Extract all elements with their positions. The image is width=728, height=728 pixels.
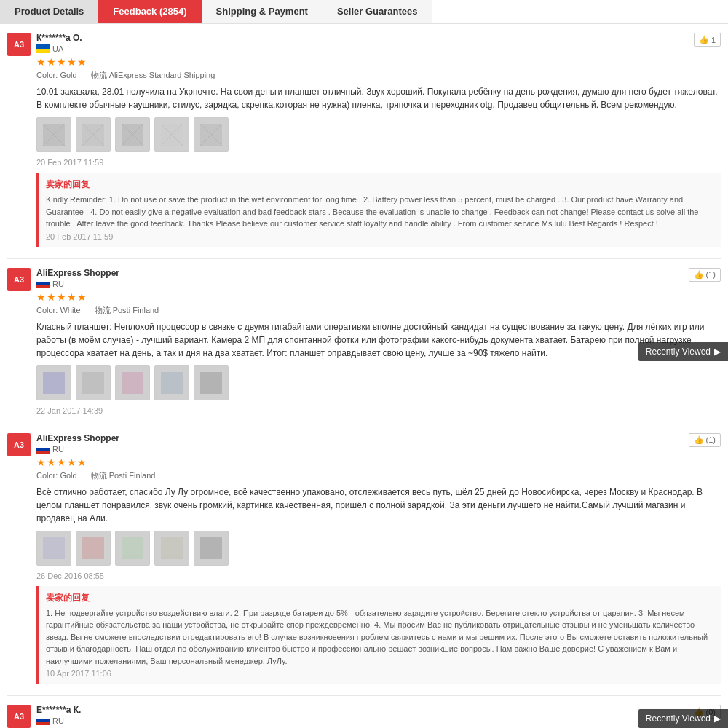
country-code: RU — [52, 280, 64, 288]
reviewer-country: RU — [36, 445, 721, 454]
review-meta: Color: Gold 物流 AliExpress Standard Shipp… — [36, 70, 721, 81]
review-images — [36, 117, 721, 152]
seller-reply-title: 卖家的回复 — [46, 178, 713, 191]
seller-reply-text: 1. Не подвергайте устройство воздействию… — [46, 607, 713, 668]
tab-shipping[interactable]: Shipping & Payment — [202, 0, 323, 23]
review-item: 👍 (1) A3 AliExpress Shopper RU ★★★★★ Col… — [7, 259, 721, 424]
helpful-count: (1) — [706, 435, 716, 444]
review-image[interactable] — [115, 531, 150, 566]
review-image[interactable] — [115, 117, 150, 152]
review-text: 10.01 заказала, 28.01 получила на Укрпоч… — [36, 85, 721, 111]
review-text: Класный планшет: Неплохой процессор в св… — [36, 320, 721, 360]
shipping-label: 物流 Posti Finland — [95, 306, 159, 314]
reviewer-info: К*******а О. UA — [36, 33, 721, 53]
review-header: A3 К*******а О. UA — [7, 33, 721, 56]
review-image[interactable] — [194, 117, 229, 152]
recently-viewed-panel[interactable]: Recently Viewed ▶ — [638, 342, 728, 361]
review-date: 22 Jan 2017 14:39 — [36, 406, 721, 415]
seller-reply-date: 20 Feb 2017 11:59 — [46, 232, 713, 241]
review-header: A3 AliExpress Shopper RU — [7, 268, 721, 291]
review-header: A3 E*******а К. RU — [7, 705, 721, 728]
shipping-label: 物流 AliExpress Standard Shipping — [91, 71, 215, 79]
recently-viewed-bottom-label: Recently Viewed — [646, 713, 711, 724]
recently-viewed-bottom-panel[interactable]: Recently Viewed ▶ — [638, 709, 728, 728]
helpful-button[interactable]: 👍 1 — [694, 33, 721, 47]
review-meta: Color: Gold 物流 Posti Finland — [36, 470, 721, 481]
review-image[interactable] — [194, 365, 229, 400]
review-images — [36, 531, 721, 566]
reviewer-info: AliExpress Shopper RU — [36, 433, 721, 454]
review-image[interactable] — [154, 365, 189, 400]
reviewer-country: RU — [36, 716, 721, 725]
seller-reply-title: 卖家的回复 — [46, 592, 713, 604]
review-image[interactable] — [154, 117, 189, 152]
svg-rect-24 — [200, 537, 222, 559]
svg-rect-16 — [82, 372, 104, 394]
review-meta: Color: White 物流 Posti Finland — [36, 305, 721, 316]
avatar: A3 — [7, 433, 31, 456]
review-image[interactable] — [154, 531, 189, 566]
helpful-count: (1) — [706, 270, 716, 279]
country-code: UA — [52, 44, 63, 53]
review-item: 👍 (1) A3 AliExpress Shopper RU ★★★★★ Col… — [7, 424, 721, 697]
reviewer-name: AliExpress Shopper — [36, 268, 721, 278]
svg-rect-20 — [43, 537, 65, 559]
svg-rect-22 — [122, 537, 143, 559]
color-label: Color: Gold — [36, 71, 83, 79]
reviewer-name: К*******а О. — [36, 33, 721, 43]
svg-rect-18 — [161, 372, 183, 394]
star-rating: ★★★★★ — [36, 456, 721, 468]
flag-icon — [36, 280, 50, 288]
review-image[interactable] — [115, 365, 150, 400]
review-image[interactable] — [76, 531, 111, 566]
review-header: A3 AliExpress Shopper RU — [7, 433, 721, 456]
review-image[interactable] — [76, 117, 111, 152]
chevron-right-icon: ▶ — [714, 347, 721, 357]
flag-icon — [36, 445, 50, 454]
reviewer-name: E*******а К. — [36, 705, 721, 715]
flag-icon — [36, 44, 50, 53]
thumbs-up-icon: 👍 — [694, 435, 704, 445]
country-code: RU — [52, 716, 64, 725]
avatar: A3 — [7, 33, 31, 56]
color-label: Color: White — [36, 306, 87, 314]
avatar: A3 — [7, 705, 31, 728]
country-code: RU — [52, 445, 64, 454]
svg-rect-17 — [122, 372, 143, 394]
helpful-button[interactable]: 👍 (1) — [689, 268, 721, 282]
review-image[interactable] — [76, 365, 111, 400]
thumbs-up-icon: 👍 — [699, 35, 709, 44]
reviewer-info: E*******а К. RU — [36, 705, 721, 725]
seller-reply-text: Kindly Reminder: 1. Do not use or save t… — [46, 194, 713, 230]
review-image[interactable] — [194, 531, 229, 566]
review-image[interactable] — [36, 117, 71, 152]
review-images: / — [36, 365, 721, 400]
tab-seller-guarantees[interactable]: Seller Guarantees — [323, 0, 432, 23]
review-list: 👍 1 A3 К*******а О. UA ★★★★★ Color: Gold… — [0, 24, 728, 728]
svg-rect-15 — [43, 372, 65, 394]
review-date: 20 Feb 2017 11:59 — [36, 158, 721, 167]
seller-reply: 卖家的回复 Kindly Reminder: 1. Do not use or … — [36, 173, 721, 247]
review-image[interactable] — [36, 531, 71, 566]
review-date: 26 Dec 2016 08:55 — [36, 571, 721, 580]
review-item: 👍 1 A3 К*******а О. UA ★★★★★ Color: Gold… — [7, 24, 721, 259]
star-rating: ★★★★★ — [36, 291, 721, 303]
svg-rect-19 — [200, 372, 222, 394]
reviewer-info: AliExpress Shopper RU — [36, 268, 721, 288]
seller-reply-date: 10 Apr 2017 11:06 — [46, 669, 713, 678]
tab-product-details[interactable]: Product Details — [0, 0, 98, 23]
thumbs-up-icon: 👍 — [694, 270, 704, 280]
reviewer-country: UA — [36, 44, 721, 53]
recently-viewed-label: Recently Viewed — [646, 347, 711, 357]
svg-rect-21 — [82, 537, 104, 559]
flag-icon — [36, 716, 50, 725]
review-image[interactable]: / — [36, 365, 71, 400]
shipping-label: 物流 Posti Finland — [91, 471, 156, 480]
reviewer-name: AliExpress Shopper — [36, 433, 721, 443]
tab-feedback[interactable]: Feedback (2854) — [98, 0, 201, 23]
chevron-right-icon-bottom: ▶ — [714, 713, 721, 724]
helpful-button[interactable]: 👍 (1) — [689, 433, 721, 447]
review-item: 👍 (0) A3 E*******а К. RU ★★★★★ Bundle: t… — [7, 696, 721, 728]
svg-rect-23 — [161, 537, 183, 559]
avatar: A3 — [7, 268, 31, 291]
